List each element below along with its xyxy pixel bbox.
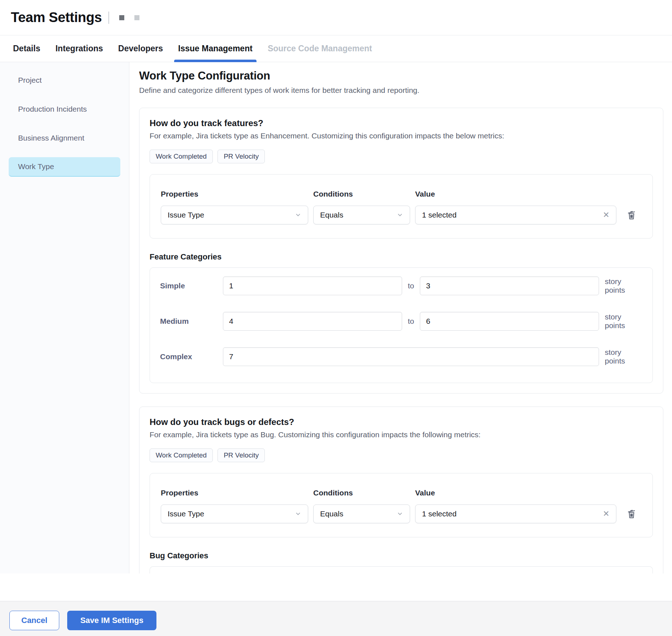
- value-label: Value: [415, 489, 616, 497]
- header-dark-square-icon: [119, 15, 124, 20]
- badge-work-completed: Work Completed: [150, 448, 213, 462]
- chevron-down-icon: [397, 212, 403, 218]
- badge-pr-velocity: PR Velocity: [217, 150, 265, 163]
- category-row-complex: Complex story points: [160, 347, 642, 366]
- medium-to-input[interactable]: [420, 312, 599, 331]
- trash-icon: [626, 508, 637, 520]
- value-selected-count: 1 selected: [422, 510, 457, 518]
- condition-select-value: Equals: [320, 211, 343, 219]
- range-to-label: to: [408, 282, 414, 290]
- tab-issue-management[interactable]: Issue Management: [178, 35, 253, 62]
- story-points-suffix: story points: [605, 277, 642, 295]
- settings-sidebar: Project Production Incidents Business Al…: [0, 62, 129, 573]
- property-select[interactable]: Issue Type: [161, 206, 308, 224]
- bugs-card: How do you track bugs or defects? For ex…: [139, 407, 663, 573]
- page-title: Team Settings: [11, 10, 102, 25]
- chevron-down-icon: [295, 212, 301, 218]
- sidebar-item-project[interactable]: Project: [9, 70, 120, 90]
- property-select-value: Issue Type: [168, 510, 204, 518]
- category-row-simple: Simple to story points: [160, 276, 642, 295]
- conditions-label: Conditions: [313, 489, 410, 497]
- condition-select[interactable]: Equals: [313, 206, 410, 224]
- tab-issue-management-label: Issue Management: [178, 44, 253, 53]
- story-points-suffix: story points: [605, 313, 642, 330]
- tab-developers[interactable]: Developers: [118, 35, 163, 62]
- feature-categories-box: Simple to story points Medium to story p…: [150, 267, 653, 383]
- sidebar-item-business-alignment[interactable]: Business Alignment: [9, 128, 120, 148]
- sidebar-item-work-type[interactable]: Work Type: [9, 157, 120, 177]
- properties-label: Properties: [161, 489, 308, 497]
- header-divider: [108, 12, 109, 24]
- bugs-card-title: How do you track bugs or defects?: [150, 417, 653, 427]
- category-label: Simple: [160, 282, 223, 290]
- section-title: Work Type Configuration: [139, 69, 663, 82]
- clear-icon[interactable]: ✕: [603, 211, 609, 219]
- category-label: Complex: [160, 352, 223, 361]
- chevron-down-icon: [295, 511, 301, 517]
- badge-work-completed: Work Completed: [150, 150, 213, 163]
- team-settings-page: Team Settings Details Integrations Devel…: [0, 0, 672, 636]
- category-row-medium: Medium to story points: [160, 312, 642, 331]
- value-label: Value: [415, 190, 616, 198]
- features-card-title: How do you track features?: [150, 118, 653, 128]
- trash-icon: [626, 209, 637, 221]
- settings-tabbar: Details Integrations Developers Issue Ma…: [0, 35, 672, 62]
- features-rule-row: Properties Conditions Value Issue Type E…: [150, 174, 653, 239]
- main-content: Work Type Configuration Define and categ…: [130, 62, 672, 573]
- story-points-suffix: story points: [605, 348, 642, 365]
- simple-to-input[interactable]: [420, 276, 599, 295]
- footer-bar: Cancel Save IM Settings: [0, 601, 672, 636]
- simple-from-input[interactable]: [223, 276, 402, 295]
- value-multiselect[interactable]: 1 selected ✕: [415, 504, 616, 523]
- property-select-value: Issue Type: [168, 211, 204, 219]
- cancel-button[interactable]: Cancel: [9, 611, 59, 630]
- page-header: Team Settings: [0, 0, 672, 35]
- condition-select[interactable]: Equals: [313, 504, 410, 523]
- condition-select-value: Equals: [320, 510, 343, 518]
- category-label: Medium: [160, 317, 223, 326]
- bugs-card-subtitle: For example, Jira tickets type as Bug. C…: [150, 430, 653, 439]
- section-subtitle: Define and categorize different types of…: [139, 86, 663, 95]
- range-to-label: to: [408, 317, 414, 326]
- header-light-square-icon: [134, 15, 139, 20]
- badge-pr-velocity: PR Velocity: [217, 448, 265, 462]
- tab-integrations[interactable]: Integrations: [55, 35, 103, 62]
- features-card-subtitle: For example, Jira tickets type as Enhanc…: [150, 132, 653, 140]
- value-multiselect[interactable]: 1 selected ✕: [415, 206, 616, 224]
- bug-categories-title: Bug Categories: [150, 551, 653, 560]
- sidebar-item-production-incidents[interactable]: Production Incidents: [9, 99, 120, 119]
- feature-categories-title: Feature Categories: [150, 252, 653, 262]
- features-card: How do you track features? For example, …: [139, 108, 663, 394]
- tab-source-code-management: Source Code Management: [268, 35, 372, 62]
- property-select[interactable]: Issue Type: [161, 504, 308, 523]
- medium-from-input[interactable]: [223, 312, 402, 331]
- tab-details[interactable]: Details: [13, 35, 40, 62]
- bugs-rule-row: Properties Conditions Value Issue Type E…: [150, 473, 653, 537]
- properties-label: Properties: [161, 190, 308, 198]
- features-metric-badges: Work Completed PR Velocity: [150, 150, 653, 163]
- bugs-metric-badges: Work Completed PR Velocity: [150, 448, 653, 462]
- save-im-settings-button[interactable]: Save IM Settings: [67, 611, 156, 630]
- delete-rule-button[interactable]: [626, 209, 637, 221]
- value-selected-count: 1 selected: [422, 211, 457, 219]
- bug-categories-box: [150, 566, 653, 573]
- complex-from-input[interactable]: [223, 347, 599, 366]
- clear-icon[interactable]: ✕: [603, 510, 609, 518]
- delete-rule-button[interactable]: [626, 508, 637, 520]
- conditions-label: Conditions: [313, 190, 410, 198]
- active-tab-underline: [174, 60, 257, 62]
- chevron-down-icon: [397, 511, 403, 517]
